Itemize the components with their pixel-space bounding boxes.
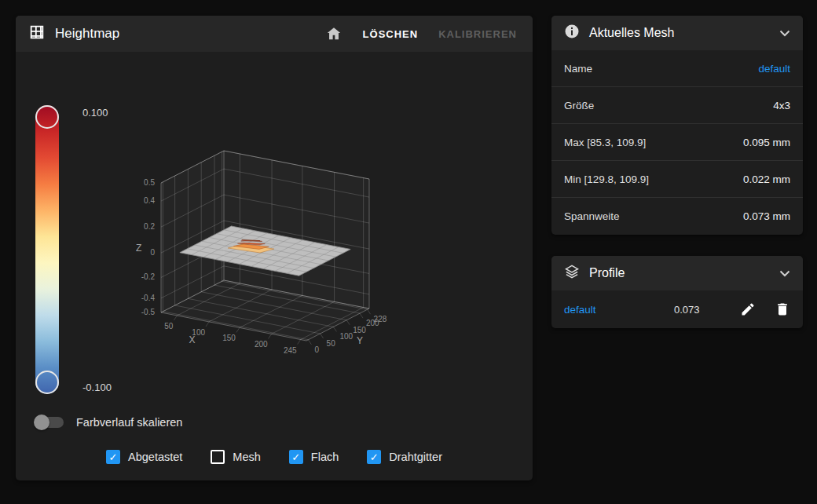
svg-text:100: 100 (339, 332, 353, 341)
mesh-row-name: Name default (551, 50, 803, 87)
display-options-row: ✓ Abgetastet ✓ Mesh ✓ Flach ✓ Drahtgitte… (16, 450, 533, 464)
profiles-title: Profile (589, 266, 625, 280)
checkbox-label: Flach (311, 451, 339, 463)
svg-text:50: 50 (164, 322, 174, 331)
profiles-panel: Profile default 0.073 (551, 256, 803, 328)
profile-name-link[interactable]: default (564, 304, 674, 316)
color-scale-top-cap (35, 105, 59, 129)
row-label: Größe (564, 100, 594, 111)
profile-actions (740, 301, 790, 317)
mesh-row-max: Max [85.3, 109.9] 0.095 mm (551, 124, 803, 161)
scale-gradient-label: Farbverlauf skalieren (76, 416, 182, 429)
home-icon (325, 25, 343, 42)
collapse-mesh-button[interactable] (779, 30, 790, 37)
heightmap-title: Heightmap (55, 26, 119, 42)
collapse-profiles-button[interactable] (779, 270, 790, 277)
svg-text:-0.2: -0.2 (141, 272, 156, 281)
delete-profile-button[interactable] (775, 301, 790, 317)
svg-text:150: 150 (353, 326, 366, 334)
chevron-down-icon (779, 30, 790, 37)
heightmap-actions: LÖSCHEN KALIBRIEREN (325, 25, 520, 42)
svg-text:228: 228 (374, 315, 387, 323)
checkbox-label: Mesh (233, 451, 260, 463)
colorbar-min-label: -0.100 (82, 382, 112, 393)
pencil-icon (740, 301, 756, 317)
profile-row-default: default 0.073 (551, 290, 803, 328)
toggle-knob-icon (34, 415, 49, 430)
trash-icon (775, 301, 790, 317)
checkbox-label: Abgetastet (128, 451, 182, 463)
surface-plot[interactable]: 0.50.40.20-0.2-0.4-0.5501001502002450501… (130, 146, 467, 374)
mesh-row-min: Min [129.8, 109.9] 0.022 mm (551, 161, 803, 198)
right-column: Aktuelles Mesh Name default Größe 4x3 Ma… (551, 16, 803, 328)
checkbox-icon: ✓ (367, 450, 381, 464)
row-label: Max [85.3, 109.9] (564, 137, 646, 148)
checkbox-label: Drahtgitter (389, 451, 442, 463)
svg-text:200: 200 (255, 340, 268, 349)
svg-text:-0.5: -0.5 (141, 308, 156, 316)
svg-text:50: 50 (327, 339, 336, 348)
profiles-header: Profile (551, 256, 803, 290)
home-button[interactable] (325, 25, 343, 42)
svg-text:0.4: 0.4 (144, 196, 155, 205)
color-scale-bottom-cap (35, 371, 59, 394)
row-label: Name (564, 63, 592, 75)
color-scale-bar (35, 105, 59, 394)
row-value: default (758, 63, 790, 75)
layers-icon (564, 264, 580, 283)
svg-text:245: 245 (284, 346, 297, 355)
chevron-down-icon (779, 270, 790, 277)
checkbox-drahtgitter[interactable]: ✓ Drahtgitter (367, 450, 442, 464)
row-value: 4x3 (773, 100, 790, 111)
checkbox-icon: ✓ (289, 450, 303, 464)
checkbox-mesh[interactable]: ✓ Mesh (211, 450, 260, 464)
heightmap-grid-icon (28, 24, 46, 44)
heightmap-header: Heightmap LÖSCHEN KALIBRIEREN (16, 16, 533, 52)
row-value: 0.022 mm (743, 173, 790, 185)
svg-text:0: 0 (150, 248, 155, 257)
current-mesh-title: Aktuelles Mesh (589, 26, 675, 40)
svg-text:0.5: 0.5 (144, 178, 155, 187)
app-root: Heightmap LÖSCHEN KALIBRIEREN 0.100 -0.1… (0, 0, 817, 504)
edit-profile-button[interactable] (740, 301, 756, 317)
svg-text:Y: Y (357, 335, 363, 346)
svg-text:0: 0 (314, 345, 319, 354)
delete-button[interactable]: LÖSCHEN (363, 28, 419, 40)
current-mesh-panel: Aktuelles Mesh Name default Größe 4x3 Ma… (551, 16, 803, 235)
row-label: Min [129.8, 109.9] (564, 173, 649, 185)
svg-text:150: 150 (222, 334, 236, 342)
row-value: 0.095 mm (743, 137, 790, 148)
checkbox-flach[interactable]: ✓ Flach (289, 450, 339, 464)
svg-text:0.2: 0.2 (144, 222, 155, 231)
heightmap-body: 0.100 -0.100 0.50.40.20-0.2-0.4-0.550100… (16, 52, 533, 480)
checkbox-icon: ✓ (211, 450, 225, 464)
info-icon (564, 24, 580, 42)
checkbox-icon: ✓ (106, 450, 120, 464)
svg-text:-0.4: -0.4 (141, 294, 156, 302)
profile-range-value: 0.073 (674, 304, 700, 316)
svg-text:X: X (189, 334, 196, 345)
mesh-row-size: Größe 4x3 (551, 87, 803, 124)
scale-gradient-row: Farbverlauf skalieren (35, 416, 182, 429)
scale-gradient-toggle[interactable] (35, 417, 64, 428)
colorbar-max-label: 0.100 (82, 107, 108, 119)
row-value: 0.073 mm (743, 210, 790, 222)
row-label: Spannweite (564, 210, 620, 222)
mesh-row-span: Spannweite 0.073 mm (551, 198, 803, 235)
heightmap-panel: Heightmap LÖSCHEN KALIBRIEREN 0.100 -0.1… (16, 16, 533, 480)
checkbox-abgetastet[interactable]: ✓ Abgetastet (106, 450, 182, 464)
calibrate-button[interactable]: KALIBRIEREN (438, 28, 517, 40)
current-mesh-header: Aktuelles Mesh (551, 16, 803, 50)
svg-text:Z: Z (136, 243, 141, 254)
